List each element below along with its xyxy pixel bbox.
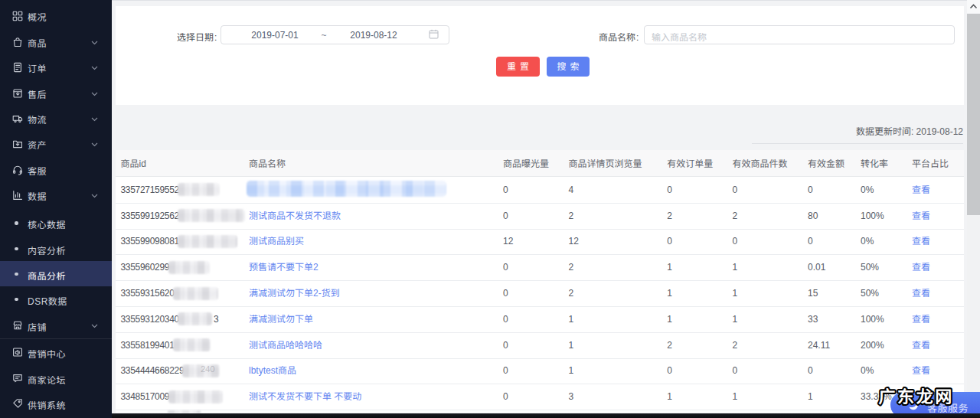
- svg-text:广东龙网: 广东龙网: [879, 383, 954, 407]
